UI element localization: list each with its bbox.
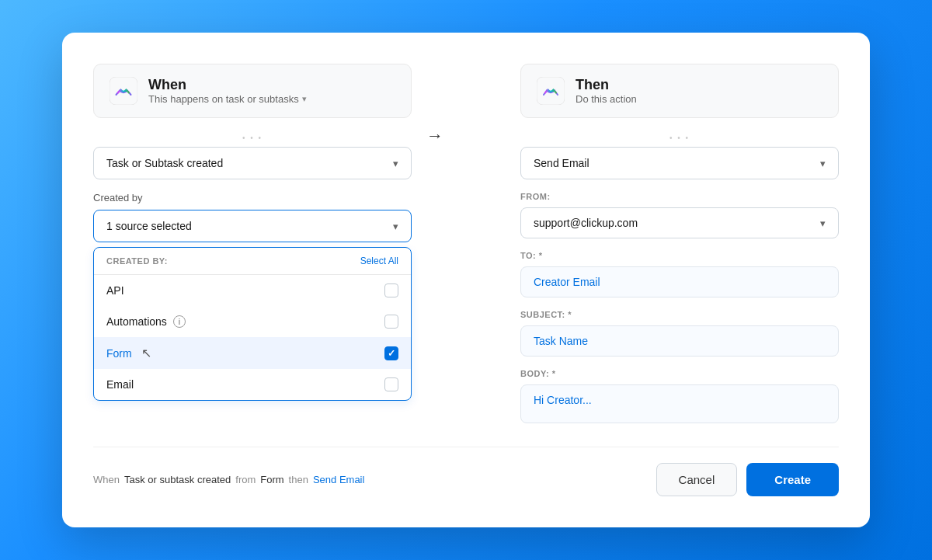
breadcrumb-from: from [235,474,256,485]
created-by-panel: CREATED BY: Select All API Automations i [93,247,412,401]
when-text: When This happens on task or subtasks ▾ [148,77,307,106]
list-item-api[interactable]: API [94,275,411,306]
subject-input[interactable]: Task Name [520,325,839,357]
created-by-label: Created by [93,192,412,203]
trigger-chevron-icon: ▾ [393,158,398,169]
body-label: BODY: * [520,369,839,378]
bottom-bar: When Task or subtask created from Form t… [93,447,839,496]
checkbox-automations[interactable] [384,315,398,329]
checkbox-email[interactable] [384,377,398,391]
create-button[interactable]: Create [746,463,839,496]
when-subtitle: This happens on task or subtasks ▾ [148,93,307,105]
chevron-down-icon: ▾ [302,94,307,104]
list-item-automations[interactable]: Automations i [94,306,411,337]
body-input[interactable]: Hi Creator... [520,384,839,423]
list-item-email[interactable]: Email [94,369,411,400]
then-title: Then [576,77,637,94]
breadcrumb-when: When [93,474,120,485]
cursor-indicator: ↖ [141,346,151,360]
from-chevron-icon: ▾ [820,217,826,229]
breadcrumb: When Task or subtask created from Form t… [93,474,364,485]
left-panel: When This happens on task or subtasks ▾ … [93,64,412,402]
when-title: When [148,77,307,94]
checkbox-api[interactable] [384,283,398,297]
subject-label: SUBJECT: * [520,310,839,319]
to-label: TO: * [520,251,839,260]
clickup-logo-then [537,77,565,105]
then-text: Then Do this action [576,77,637,106]
button-group: Cancel Create [656,463,839,496]
right-panel: Then Do this action • • • Send Email ▾ F… [520,64,839,424]
then-subtitle: Do this action [576,93,637,105]
trigger-dropdown[interactable]: Task or Subtask created ▾ [93,147,412,179]
to-input[interactable]: Creator Email [520,266,839,297]
breadcrumb-task-created: Task or subtask created [124,474,231,485]
source-chevron-icon: ▾ [393,221,398,232]
panel-header: CREATED BY: Select All [94,248,411,275]
arrow-icon: → [426,126,443,146]
source-dropdown[interactable]: 1 source selected ▾ [93,210,412,242]
cancel-button[interactable]: Cancel [656,463,738,496]
when-header: When This happens on task or subtasks ▾ [93,64,412,119]
action-chevron-icon: ▾ [820,158,826,169]
arrow-section: → [412,64,458,146]
connector-dots-top-right: • • • [520,134,839,142]
breadcrumb-form: Form [260,474,283,485]
info-icon-automations[interactable]: i [173,315,186,328]
then-header: Then Do this action [520,64,839,119]
checkbox-form[interactable] [384,346,398,360]
automation-modal: When This happens on task or subtasks ▾ … [62,33,870,528]
clickup-logo-when [110,77,137,105]
action-dropdown[interactable]: Send Email ▾ [520,147,839,179]
list-item-form[interactable]: Form ↖ [94,337,411,369]
from-dropdown[interactable]: support@clickup.com ▾ [520,207,839,238]
from-label: FROM: [520,192,839,201]
breadcrumb-then: then [289,474,308,485]
select-all-button[interactable]: Select All [360,256,398,266]
breadcrumb-send-email: Send Email [313,474,364,485]
connector-dots-top-left: • • • [93,134,412,142]
